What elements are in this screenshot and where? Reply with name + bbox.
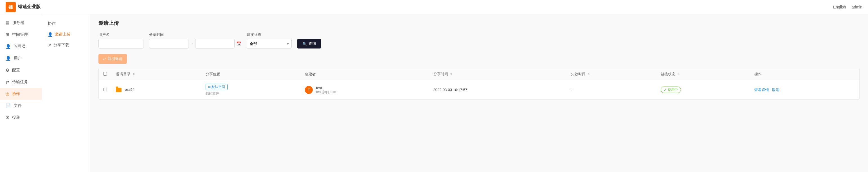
sidebar-label-collab: 协作 <box>12 91 20 96</box>
sidebar-item-config[interactable]: ⚙ 配置 <box>0 64 42 76</box>
status-check-icon: ✓ <box>664 88 666 92</box>
link-status-select-wrapper: 全部 使用中 已失效 <box>247 39 292 49</box>
sub-sidebar-invite-upload[interactable]: 👤 邀请上传 <box>42 29 90 40</box>
logo: 镭 镭速企业版 <box>6 2 40 12</box>
table-container: 邀请目录 ⇅ 分享位置 创建者 分享时间 ⇅ <box>98 68 860 100</box>
header-expire-time: 失效时间 ⇅ <box>566 68 656 80</box>
sort-icon-link-status[interactable]: ⇅ <box>677 73 680 76</box>
file-icon: 📄 <box>6 103 11 108</box>
sidebar-label-file: 文件 <box>14 103 22 108</box>
table-header-row: 邀请目录 ⇅ 分享位置 创建者 分享时间 ⇅ <box>99 68 859 80</box>
share-location-name: 默认空间 <box>212 85 225 89</box>
sub-sidebar-share-download[interactable]: ↗ 分享下载 <box>42 40 90 50</box>
server-icon: ▤ <box>6 20 9 25</box>
header-right: English admin <box>833 5 862 9</box>
svg-text:镭: 镭 <box>8 5 13 9</box>
config-icon: ⚙ <box>6 68 9 73</box>
sidebar-item-admin[interactable]: 👤 管理员 <box>0 41 42 52</box>
share-location-link[interactable]: ⊞ 默认空间 <box>206 84 227 90</box>
share-download-icon: ↗ <box>48 43 51 47</box>
row-share-time: 2022-03-03 10:17:57 <box>429 80 566 100</box>
sidebar-item-space[interactable]: ⊞ 空间管理 <box>0 29 42 41</box>
share-time-filter-group: 分享时间 → 📅 <box>149 32 241 49</box>
header-link-status: 链接状态 ⇅ <box>656 68 750 80</box>
share-location-sub: 我的文件 <box>206 91 296 96</box>
cancel-action-link[interactable]: 取消 <box>772 88 779 92</box>
sidebar-label-transfer: 传输任务 <box>12 79 28 84</box>
select-all-checkbox[interactable] <box>103 72 107 76</box>
invite-upload-icon: 👤 <box>48 32 53 36</box>
cancel-invite-icon: ↩ <box>103 57 106 61</box>
table-row: oss54 ⊞ 默认空间 我的文件 T <box>99 80 859 100</box>
cancel-invite-button[interactable]: ↩ 取消邀请 <box>98 54 127 64</box>
sub-sidebar-label-share-download: 分享下载 <box>54 43 69 48</box>
sub-sidebar-title: 协作 <box>42 17 90 29</box>
username-filter-group: 用户名 <box>98 32 144 49</box>
folder-icon <box>116 88 122 92</box>
view-detail-link[interactable]: 查看详情 <box>754 88 769 92</box>
username-input[interactable] <box>98 39 144 49</box>
language-switch[interactable]: English <box>833 5 846 9</box>
creator-email: test@qq.com <box>316 90 336 94</box>
logo-icon: 镭 <box>6 2 16 12</box>
sidebar-item-server[interactable]: ▤ 服务器 <box>0 17 42 29</box>
sidebar-item-user[interactable]: 👤 用户 <box>0 52 42 64</box>
header-action-label: 操作 <box>754 72 762 76</box>
header-share-location-label: 分享位置 <box>206 72 220 76</box>
sidebar-item-file[interactable]: 📄 文件 <box>0 100 42 112</box>
share-location-icon: ⊞ <box>208 85 211 89</box>
user-menu[interactable]: admin <box>852 5 862 9</box>
status-label: 使用中 <box>668 88 678 92</box>
sidebar-label-admin: 管理员 <box>14 44 26 49</box>
sort-icon-expire-time[interactable]: ⇅ <box>588 73 590 76</box>
row-invite-dir: oss54 <box>112 80 201 100</box>
header-share-time: 分享时间 ⇅ <box>429 68 566 80</box>
sidebar-label-config: 配置 <box>12 68 20 73</box>
sub-sidebar-label-invite-upload: 邀请上传 <box>55 32 71 37</box>
sidebar-label-server: 服务器 <box>12 20 24 25</box>
sidebar: ▤ 服务器 ⊞ 空间管理 👤 管理员 👤 用户 ⚙ 配置 ⇄ 传输任务 ◎ 协作… <box>0 14 42 172</box>
header-expire-time-label: 失效时间 <box>571 72 586 76</box>
sort-icon-share-time[interactable]: ⇅ <box>450 73 452 76</box>
header-creator: 创建者 <box>300 68 429 80</box>
link-status-select[interactable]: 全部 使用中 已失效 <box>247 39 292 49</box>
filter-row: 用户名 分享时间 → 📅 链接状态 全部 使用中 已失效 <box>98 32 860 49</box>
row-checkbox[interactable] <box>103 88 107 91</box>
search-button[interactable]: 🔍 查询 <box>297 39 321 49</box>
header-checkbox-cell <box>99 68 112 80</box>
row-expire-time: - <box>566 80 656 100</box>
sidebar-item-collab[interactable]: ◎ 协作 <box>0 88 42 100</box>
header: 镭 镭速企业版 English admin <box>0 0 868 14</box>
header-link-status-label: 链接状态 <box>661 72 675 76</box>
collab-icon: ◎ <box>6 91 9 96</box>
sidebar-item-deliver[interactable]: ✉ 投递 <box>0 112 42 123</box>
creator-name: test <box>316 86 336 90</box>
space-icon: ⊞ <box>6 32 9 37</box>
sort-icon-invite-dir[interactable]: ⇅ <box>133 73 135 76</box>
sidebar-item-transfer[interactable]: ⇄ 传输任务 <box>0 76 42 88</box>
header-action: 操作 <box>750 68 859 80</box>
date-start-input[interactable] <box>149 39 188 49</box>
link-status-label: 链接状态 <box>247 32 292 37</box>
sidebar-label-space: 空间管理 <box>12 32 28 37</box>
row-checkbox-cell <box>99 80 112 100</box>
header-share-time-label: 分享时间 <box>433 72 448 76</box>
row-share-location: ⊞ 默认空间 我的文件 <box>201 80 300 100</box>
date-end-input[interactable] <box>195 39 235 49</box>
status-badge: ✓ 使用中 <box>661 87 681 93</box>
header-share-location: 分享位置 <box>201 68 300 80</box>
username-label: 用户名 <box>98 32 144 37</box>
page-title: 邀请上传 <box>98 20 860 26</box>
user-info: test test@qq.com <box>316 86 336 94</box>
date-arrow-icon: → <box>190 42 193 46</box>
calendar-icon: 📅 <box>236 42 241 46</box>
deliver-icon: ✉ <box>6 115 9 120</box>
sidebar-label-deliver: 投递 <box>12 115 20 120</box>
cancel-invite-label: 取消邀请 <box>108 56 122 62</box>
row-action: 查看详情 取消 <box>750 80 859 100</box>
invite-dir-name: oss54 <box>125 88 135 92</box>
sidebar-label-user: 用户 <box>14 56 22 61</box>
admin-icon: 👤 <box>6 44 11 49</box>
search-btn-label: 查询 <box>309 41 316 46</box>
link-status-filter-group: 链接状态 全部 使用中 已失效 <box>247 32 292 49</box>
